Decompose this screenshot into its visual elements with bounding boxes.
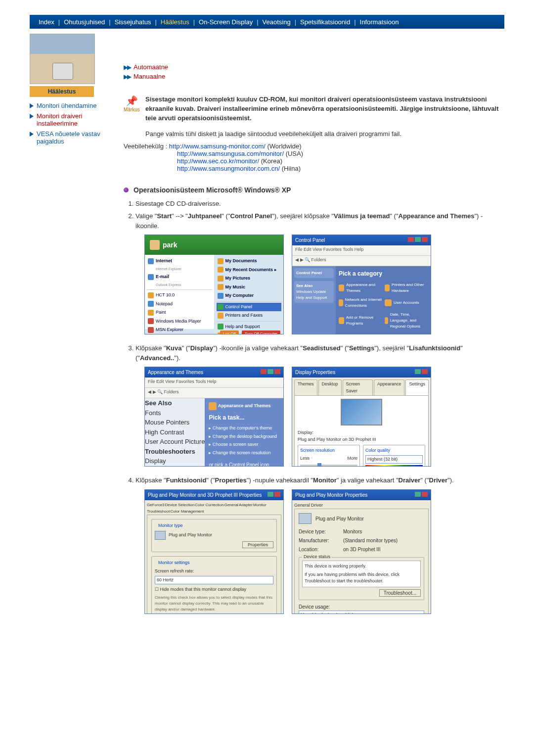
step-1: Sisestage CD CD-draiverisse. <box>135 199 504 209</box>
sidebar-item-vesa[interactable]: VESA nõuetele vastav paigaldus <box>30 130 114 145</box>
fastforward-icon: ▶▶ <box>124 73 131 80</box>
sidebar-item-label: VESA nõuetele vastav paigaldus <box>37 130 114 145</box>
bullet-icon <box>124 188 129 192</box>
screenshot-start-menu: park Internet Internet Explorer E-mail O… <box>144 235 284 334</box>
mode-automatic[interactable]: ▶▶ Automaatne <box>124 63 504 71</box>
weblinks-block: Veebilehekülg : http://www.samsung-monit… <box>124 142 504 172</box>
step-3: Klõpsake "Kuva" ("Display") -ikoonile ja… <box>135 343 504 467</box>
screenshot-appearance-themes: Appearance and Themes File Edit View Fav… <box>144 367 284 467</box>
triangle-icon <box>30 132 34 137</box>
nav-info[interactable]: Informatsioon <box>356 18 403 26</box>
screenshot-row: park Internet Internet Explorer E-mail O… <box>144 235 504 334</box>
content-area: ▶▶ Automaatne ▶▶ Manuaalne 📌 Märkus Sise… <box>124 34 504 623</box>
step-4: Klõpsake "Funktsioonid" ("Properties") -… <box>135 475 504 614</box>
os-heading: Operatsioonisüsteem Microsoft® Windows® … <box>134 186 291 194</box>
screenshot-monitor-properties: Plug and Play Monitor and 3D Prophet III… <box>144 489 284 614</box>
sidebar-item-connect[interactable]: Monitori ühendamine <box>30 102 114 109</box>
fastforward-icon: ▶▶ <box>124 64 131 71</box>
screenshot-row: Plug and Play Monitor and 3D Prophet III… <box>144 489 504 614</box>
nav-specs[interactable]: Spetsifikatsioonid <box>296 18 354 26</box>
sidebar-item-label: Monitori ühendamine <box>37 102 96 109</box>
screenshot-row: Appearance and Themes File Edit View Fav… <box>144 367 504 467</box>
triangle-icon <box>30 103 34 108</box>
triangle-icon <box>30 114 34 119</box>
nav-osd[interactable]: On-Screen Display <box>195 18 257 26</box>
weblink[interactable]: http://www.samsungusa.com/monitor/ <box>177 150 284 157</box>
note-icon-label: Märkus <box>124 107 139 112</box>
nav-setup[interactable]: Häälestus <box>157 18 193 26</box>
weblink[interactable]: http://www.samsungmonitor.com.cn/ <box>177 165 280 172</box>
weblink[interactable]: http://www.samsung-monitor.com/ <box>169 142 266 150</box>
sidebar: Häälestus Monitori ühendamine Monitori d… <box>30 34 114 623</box>
pushpin-icon: 📌 <box>124 95 139 107</box>
screenshot-control-panel: Control Panel File Edit View Favorites T… <box>292 235 431 334</box>
section-title: Häälestus <box>30 86 94 97</box>
note-block: 📌 Märkus Sisestage monitori komplekti ku… <box>124 95 504 123</box>
nav-intro[interactable]: Sissejuhatus <box>111 18 155 26</box>
weblink-suffix: (Korea) <box>259 157 282 165</box>
nav-safety[interactable]: Ohutusjuhised <box>60 18 109 26</box>
nav-trouble[interactable]: Veaotsing <box>259 18 295 26</box>
weblink[interactable]: http://www.sec.co.kr/monitor/ <box>177 157 259 165</box>
step-2: Valige "Start" --> "Juhtpaneel" ("Contro… <box>135 211 504 334</box>
top-nav: Index| Ohutusjuhised| Sissejuhatus| Hääl… <box>30 15 504 29</box>
sidebar-item-label: Monitori draiveri installeerimine <box>37 112 114 127</box>
weblink-suffix: (USA) <box>284 150 303 157</box>
prep-text: Pange valmis tühi diskett ja laadige sii… <box>145 130 504 138</box>
weblink-label: Veebilehekülg : <box>124 142 167 150</box>
note-icon: 📌 Märkus <box>124 95 139 112</box>
nav-index[interactable]: Index <box>35 18 58 26</box>
section-thumbnail <box>30 34 95 84</box>
weblink-suffix: (Hiina) <box>280 165 301 172</box>
mode-link-label: Manuaalne <box>134 73 165 80</box>
mode-manual[interactable]: ▶▶ Manuaalne <box>124 73 504 80</box>
steps-list: Sisestage CD CD-draiverisse. Valige "Sta… <box>135 199 504 614</box>
weblink-suffix: (Worldwide) <box>266 142 302 150</box>
sidebar-item-driver[interactable]: Monitori draiveri installeerimine <box>30 112 114 127</box>
note-text: Sisestage monitori komplekti kuuluv CD-R… <box>145 95 504 123</box>
screenshot-pnp-properties: Plug and Play Monitor Properties General… <box>292 489 431 614</box>
mode-link-label: Automaatne <box>134 63 168 71</box>
screenshot-display-properties: Display Properties Themes Desktop Screen… <box>292 367 431 467</box>
os-heading-row: Operatsioonisüsteem Microsoft® Windows® … <box>124 186 504 194</box>
